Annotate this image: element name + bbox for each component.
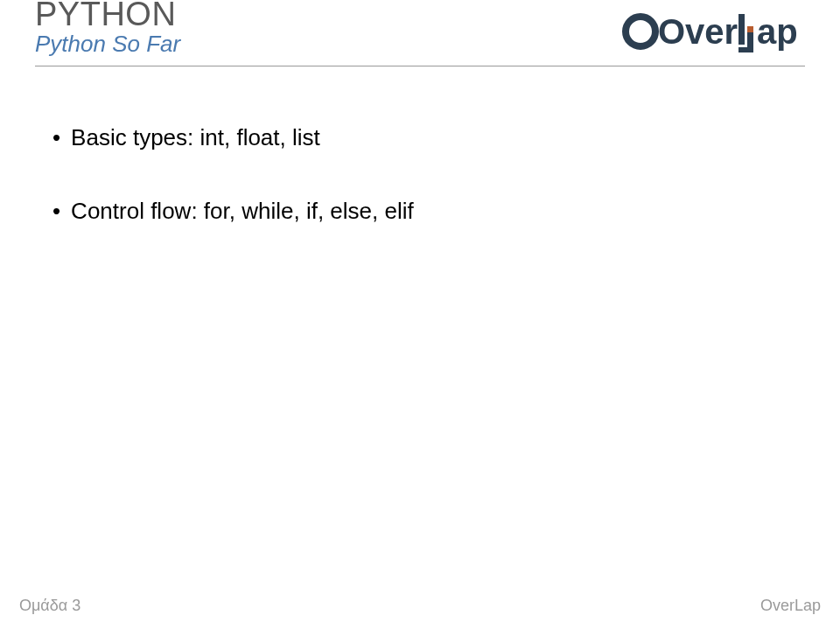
slide-content: Basic types: int, float, list Control fl… <box>0 66 840 227</box>
overlap-logo: Over ap <box>621 7 809 59</box>
svg-rect-5 <box>747 26 753 32</box>
svg-text:Over: Over <box>658 12 738 51</box>
slide-footer: Ομάδα 3 OverLap <box>0 597 840 615</box>
title-block: PYTHON Python So Far <box>35 0 180 58</box>
bullet-item: Basic types: int, float, list <box>52 123 788 153</box>
slide-subtitle: Python So Far <box>35 31 180 58</box>
footer-left: Ομάδα 3 <box>19 597 80 615</box>
slide-title: PYTHON <box>35 0 180 33</box>
svg-point-0 <box>626 17 655 46</box>
slide-header: PYTHON Python So Far Over ap <box>0 0 840 59</box>
svg-rect-3 <box>738 14 745 45</box>
svg-text:ap: ap <box>757 12 798 51</box>
footer-right: OverLap <box>760 597 821 615</box>
bullet-item: Control flow: for, while, if, else, elif <box>52 197 788 227</box>
